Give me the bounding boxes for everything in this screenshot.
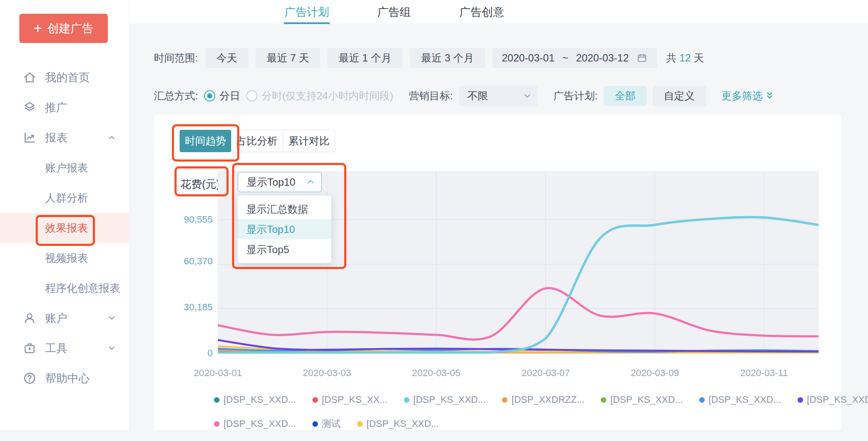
double-chevron-down-icon	[766, 92, 773, 100]
sidebar-item-label: 账户	[45, 311, 67, 326]
legend-dot	[601, 397, 606, 403]
campaign-all-button[interactable]: 全部	[604, 86, 647, 106]
question-circle-icon	[22, 371, 37, 386]
sidebar-item-label: 帮助中心	[45, 371, 90, 386]
legend-label: [DSP_KS_XXD...	[223, 418, 296, 429]
sidebar-item-help-center[interactable]: 帮助中心	[0, 363, 129, 393]
x-tick-label: 2020-03-05	[400, 368, 473, 379]
legend-dot	[699, 397, 705, 403]
sidebar-item-reports[interactable]: 报表	[0, 122, 129, 153]
legend-item[interactable]: [DSP_KS_XXD...	[699, 394, 781, 405]
date-end: 2020-03-12	[576, 52, 629, 64]
sidebar-item-label: 程序化创意报表	[45, 281, 120, 295]
legend-item[interactable]: [DSP_KS_XXD...	[404, 394, 486, 405]
chart-legend-row-2: [DSP_KS_XXD... 测试 [DSP_KS_XXD...	[214, 418, 439, 429]
legend-dot	[502, 397, 507, 403]
marketing-goal-label: 营销目标:	[409, 89, 453, 103]
chevron-down-icon	[106, 312, 118, 324]
chart-legend-row-1: [DSP_KS_XXD... [DSP_KS_XX... [DSP_KS_XXD…	[214, 394, 868, 405]
legend-dot	[214, 421, 220, 427]
sidebar-item-tools[interactable]: 工具	[0, 333, 129, 363]
view-tab-cumulative-compare[interactable]: 累计对比	[283, 130, 335, 152]
quick-range-7days-button[interactable]: 最近 7 天	[256, 48, 321, 68]
legend-label: 测试	[322, 417, 341, 430]
legend-label: [DSP_XXDRZZ...	[511, 394, 584, 405]
quick-range-today-button[interactable]: 今天	[205, 48, 248, 68]
sidebar-item-home[interactable]: 我的首页	[0, 62, 129, 92]
sidebar-item-programmatic-creative-report[interactable]: 程序化创意报表	[0, 273, 129, 303]
calendar-icon	[636, 52, 648, 64]
radio-hourly[interactable]: 分时(仅支持24小时内时间段)	[246, 89, 394, 103]
campaign-custom-button[interactable]: 自定义	[653, 86, 706, 106]
quick-range-3months-button[interactable]: 最近 3 个月	[410, 48, 485, 68]
legend-item[interactable]: [DSP_KS_XXD...	[357, 418, 439, 429]
campaign-filter-label: 广告计划:	[553, 89, 598, 103]
date-range-picker[interactable]: 2020-03-01 ~ 2020-03-12	[492, 48, 657, 68]
x-tick-label: 2020-03-07	[509, 368, 582, 379]
top-n-select[interactable]: 显示Top10	[238, 172, 322, 192]
x-tick-label: 2020-03-09	[618, 368, 691, 379]
radio-daily[interactable]: 分日	[204, 89, 240, 103]
chevron-up-icon	[106, 132, 118, 144]
y-tick-label: 60,370	[177, 256, 213, 267]
legend-item[interactable]: 测试	[312, 417, 341, 430]
sidebar-item-label: 我的首页	[45, 70, 90, 85]
sidebar-item-video-report[interactable]: 视频报表	[0, 243, 129, 273]
y-tick-label: 0	[177, 348, 213, 359]
metric-label: 花费(元)	[180, 177, 220, 191]
sidebar-item-label: 报表	[45, 130, 67, 145]
legend-item[interactable]: [DSP_KS_XXD...	[798, 394, 868, 405]
view-tab-share-analysis[interactable]: 占比分析	[231, 130, 283, 152]
create-ad-label: 创建广告	[47, 21, 94, 36]
marketing-goal-value: 不限	[468, 89, 488, 103]
create-ad-button[interactable]: + 创建广告	[19, 14, 108, 43]
sidebar-item-label: 推广	[45, 100, 67, 115]
sidebar-item-promotion[interactable]: 推广	[0, 92, 129, 122]
x-tick-label: 2020-03-11	[727, 368, 801, 379]
sidebar-item-label: 人群分析	[45, 191, 88, 205]
sidebar-item-account[interactable]: 账户	[0, 303, 129, 333]
sidebar-item-label: 账户报表	[45, 161, 88, 175]
legend-dot	[404, 397, 410, 403]
sidebar-item-account-report[interactable]: 账户报表	[0, 153, 129, 183]
plus-icon: +	[34, 21, 42, 35]
tab-ad-group[interactable]: 广告组	[377, 0, 411, 24]
menu-option-top10[interactable]: 显示Top10	[238, 219, 331, 239]
legend-label: [DSP_KS_XXD...	[807, 394, 868, 405]
legend-item[interactable]: [DSP_XXDRZZ...	[502, 394, 584, 405]
marketing-goal-select[interactable]: 不限	[459, 86, 538, 106]
view-tab-time-trend[interactable]: 时间趋势	[180, 130, 231, 152]
menu-option-top5[interactable]: 显示Top5	[238, 239, 331, 260]
top-n-select-value: 显示Top10	[247, 175, 295, 189]
legend-label: [DSP_KS_XX...	[322, 394, 388, 405]
chevron-down-icon	[523, 91, 532, 101]
toolbox-icon	[22, 341, 37, 355]
summary-mode-label: 汇总方式:	[154, 89, 198, 103]
legend-item[interactable]: [DSP_KS_XXD...	[601, 394, 683, 405]
sidebar-item-audience-analysis[interactable]: 人群分析	[0, 183, 129, 213]
legend-dot	[312, 421, 318, 427]
sidebar-item-label: 效果报表	[45, 221, 88, 235]
quick-range-1month-button[interactable]: 最近 1 个月	[327, 48, 403, 68]
sidebar-item-label: 视频报表	[45, 251, 88, 265]
tab-ad-creative[interactable]: 广告创意	[459, 0, 504, 24]
sidebar-item-label: 工具	[45, 341, 67, 356]
time-range-filter-row: 时间范围: 今天 最近 7 天 最近 1 个月 最近 3 个月 2020-03-…	[154, 48, 704, 68]
legend-dot	[798, 397, 803, 403]
sidebar-item-effect-report[interactable]: 效果报表	[0, 213, 129, 243]
x-tick-label: 2020-03-03	[290, 368, 364, 379]
sidebar-nav: 我的首页 推广 报表 账户报表 人群分析	[0, 62, 129, 393]
date-separator: ~	[562, 52, 568, 64]
legend-item[interactable]: [DSP_KS_XXD...	[214, 418, 296, 429]
more-filters-link[interactable]: 更多筛选	[721, 89, 773, 103]
legend-label: [DSP_KS_XXD...	[367, 418, 439, 429]
legend-item[interactable]: [DSP_KS_XX...	[312, 394, 388, 405]
legend-dot	[357, 421, 363, 427]
y-tick-label: 30,185	[177, 302, 213, 313]
legend-dot	[214, 397, 220, 403]
tab-ad-plan[interactable]: 广告计划	[284, 0, 329, 24]
legend-item[interactable]: [DSP_KS_XXD...	[214, 394, 296, 405]
legend-label: [DSP_KS_XXD...	[413, 394, 486, 405]
radio-unselected-icon	[246, 90, 257, 101]
menu-option-summary-data[interactable]: 显示汇总数据	[238, 199, 331, 219]
